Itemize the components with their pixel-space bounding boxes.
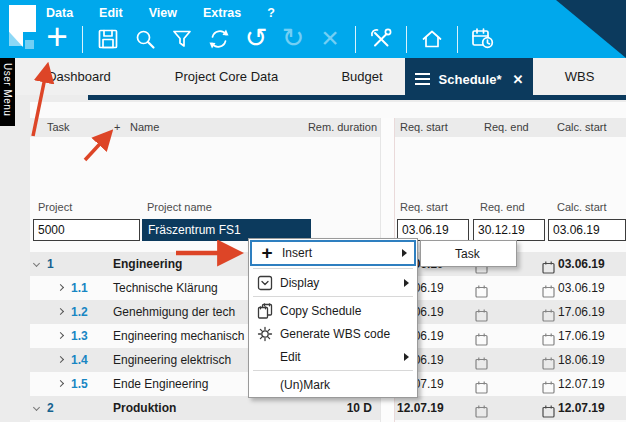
task-number: 2 [47, 396, 54, 420]
close-icon: × [315, 22, 345, 56]
tab-bar: DashboardProject Core DataBudgetSchedule… [0, 58, 626, 95]
calendar-clock-icon[interactable] [468, 22, 498, 56]
submenu-item-task[interactable]: Task [455, 247, 480, 261]
tab-label: Schedule* [439, 72, 502, 87]
combobox-icon [250, 275, 280, 291]
submenu-arrow-icon [404, 353, 409, 361]
context-submenu: Task [420, 240, 517, 267]
task-row-2[interactable]: 2Produktion10 D12.07.1912.07.19 [30, 396, 626, 420]
plus-icon: + [252, 245, 282, 261]
task-calc-start: 12.07.19 [558, 396, 605, 420]
tab-project-core-data[interactable]: Project Core Data [134, 58, 319, 95]
project-req-end-cell[interactable]: 30.12.19 [473, 219, 545, 241]
task-number: 1 [47, 252, 54, 276]
label-req-end: Req. end [480, 201, 525, 213]
menu-item-label: Generate WBS code [280, 327, 390, 341]
add-icon[interactable]: + [42, 22, 72, 56]
app-header: DataEditViewExtras? +↺↻× [0, 0, 626, 58]
tab-label: Project Core Data [175, 69, 278, 84]
toolbar-separator [82, 26, 83, 53]
tab-dashboard[interactable]: Dashboard [24, 58, 134, 95]
menu-item-generate-wbs-code[interactable]: Generate WBS code [250, 322, 416, 345]
task-number: 1.2 [71, 300, 88, 324]
row-left-band [30, 396, 380, 420]
task-calc-start: 12.07.19 [558, 372, 605, 396]
gear-icon [250, 326, 280, 342]
copy-icon [250, 303, 280, 319]
task-calc-start: 18.06.19 [558, 348, 605, 372]
label-project: Project [38, 201, 72, 213]
tools-icon[interactable] [366, 22, 396, 56]
menu-item-label: (Un)Mark [280, 378, 330, 392]
redo-icon: ↻ [278, 22, 308, 56]
task-calc-start: 17.06.19 [558, 300, 605, 324]
toolbar-separator [355, 26, 356, 53]
menu-item-edit[interactable]: Edit [250, 345, 416, 368]
refresh-icon[interactable] [204, 22, 234, 56]
menu-item-label: Copy Schedule [280, 304, 361, 318]
menu-separator [253, 296, 413, 297]
calendar-icon[interactable] [542, 402, 555, 422]
tab-underline [88, 95, 626, 100]
task-name: Engineering [113, 252, 182, 276]
project-id-cell[interactable]: 5000 [33, 219, 140, 241]
label-req-start: Req. start [400, 201, 448, 213]
app-logo [1, 2, 41, 58]
task-calc-start: 17.06.19 [558, 324, 605, 348]
column-header-req-start[interactable]: Req. start [400, 118, 448, 137]
task-number: 1.4 [71, 348, 88, 372]
tab-label: Dashboard [47, 69, 111, 84]
task-rem-duration: 10 D [347, 396, 372, 420]
menu-item-display[interactable]: Display [250, 271, 416, 294]
toolbar-separator [457, 26, 458, 53]
menu-item-insert[interactable]: +Insert [250, 240, 416, 266]
search-icon[interactable] [130, 22, 160, 56]
column-header-req-end[interactable]: Req. end [484, 118, 529, 137]
column-header-rem-duration[interactable]: Rem. duration [308, 118, 377, 137]
project-calc-start-cell[interactable]: 03.06.19 [548, 219, 626, 241]
tab-schedule[interactable]: Schedule*✕ [405, 58, 533, 100]
menu-item-label: Display [280, 276, 319, 290]
task-name: Produktion [113, 396, 176, 420]
filter-icon[interactable] [167, 22, 197, 56]
insert-column-plus[interactable]: + [114, 118, 120, 137]
user-menu-strip[interactable]: User Menu [0, 58, 15, 126]
menu-item-un-mark[interactable]: (Un)Mark [250, 373, 416, 396]
task-calc-start: 03.06.19 [558, 252, 605, 276]
task-name: Engineering mechanisch [113, 324, 244, 348]
task-req-start: 12.07.19 [397, 396, 444, 420]
task-calc-start: 03.06.19 [558, 276, 605, 300]
application-window: DataEditViewExtras? +↺↻× DashboardProjec… [0, 0, 626, 422]
menu-item-label: Edit [280, 350, 301, 364]
label-project-name: Project name [147, 201, 212, 213]
column-header-calc-start[interactable]: Calc. start [557, 118, 607, 137]
task-name: Technische Klärung [113, 276, 218, 300]
column-header-task[interactable]: Task [47, 118, 70, 137]
menu-item-copy-schedule[interactable]: Copy Schedule [250, 299, 416, 322]
corner-decoration [556, 0, 626, 58]
hamburger-icon[interactable] [415, 70, 430, 88]
toolbar-separator [406, 26, 407, 53]
tab-wbs[interactable]: WBS [533, 58, 626, 95]
context-menu: +InsertDisplayCopy ScheduleGenerate WBS … [248, 238, 418, 398]
task-number: 1.5 [71, 372, 88, 396]
menu-separator [253, 268, 413, 269]
undo-icon[interactable]: ↺ [241, 22, 271, 56]
task-number: 1.1 [71, 276, 88, 300]
task-name: Genehmigung der tech [113, 300, 235, 324]
save-icon[interactable] [93, 22, 123, 56]
submenu-arrow-icon [402, 249, 407, 257]
task-name: Engineering elektrisch [113, 348, 231, 372]
submenu-arrow-icon [404, 279, 409, 287]
tab-budget[interactable]: Budget [319, 58, 405, 95]
calendar-icon[interactable] [475, 402, 488, 422]
toolbar: +↺↻× [42, 20, 498, 58]
menu-item-label: Insert [282, 246, 312, 260]
column-header-row: Task + Name Rem. duration Req. start Req… [30, 118, 626, 137]
column-header-name[interactable]: Name [130, 118, 159, 137]
task-number: 1.3 [71, 324, 88, 348]
home-icon[interactable] [417, 22, 447, 56]
label-calc-start: Calc. start [557, 201, 607, 213]
task-name: Ende Engineering [113, 372, 208, 396]
close-tab-icon[interactable]: ✕ [512, 72, 523, 87]
